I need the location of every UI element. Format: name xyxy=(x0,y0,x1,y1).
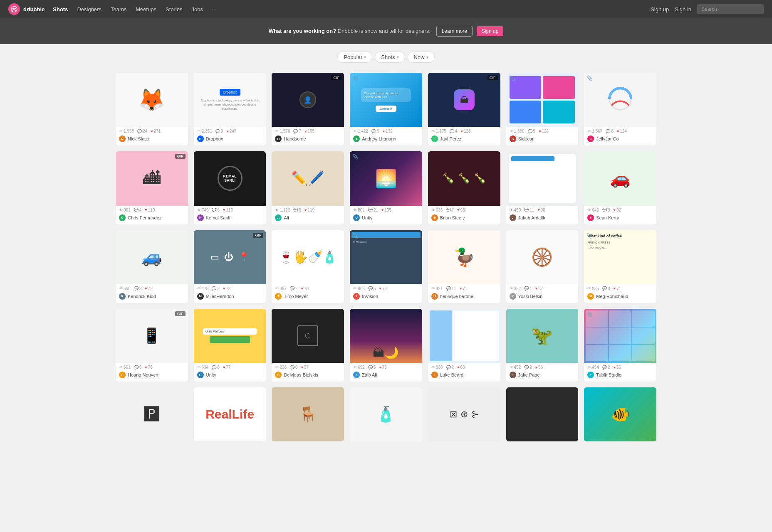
logo[interactable]: dribbble xyxy=(8,3,45,15)
shot-author[interactable]: I InVision xyxy=(350,292,422,303)
learn-more-button[interactable]: Learn more xyxy=(436,26,473,37)
shot-card[interactable]: 🪑 xyxy=(272,387,344,441)
shot-card[interactable]: KEMALSANLI 👁 749 💬 6 ♥ 116 K Kemal Sanli xyxy=(194,151,266,224)
shot-card[interactable]: 👁 459 💬 11 ♥ 90 J Jakub Antalík xyxy=(506,151,579,224)
nav-designers[interactable]: Designers xyxy=(76,5,102,14)
shot-stats: 👁 2,351 💬 9 ♥ 247 xyxy=(194,127,266,134)
shot-image: 🍷🖐🍼🧴 xyxy=(272,230,344,284)
shot-card[interactable] xyxy=(506,387,579,441)
shot-card[interactable]: 📱GIF 👁 601 💬 6 ♥ 76 H Hoang Nguyen xyxy=(116,309,188,382)
signin-link[interactable]: Sign in xyxy=(675,6,691,12)
nav-shots[interactable]: Shots xyxy=(52,5,69,14)
shot-card[interactable]: 🦊 👁 1,958 💬 24 ♥ 271 N Nick Slater xyxy=(116,73,188,145)
shot-card[interactable]: What kind of coffeeFRENCH PRESS...the st… xyxy=(584,230,656,303)
shot-card[interactable]: ▭⏻📍GIF 👁 478 💬 3 ♥ 73 M MilesHerndon xyxy=(194,230,266,303)
shot-author[interactable]: J Jake Page xyxy=(506,370,579,382)
shot-author[interactable]: K Kendrick Kidd xyxy=(116,292,188,303)
shot-comments: 💬 5 xyxy=(293,208,301,212)
shot-card[interactable]: 🏙GIF 👁 961 💬 4 ♥ 119 C Chris Fernandez xyxy=(116,151,188,224)
nav-more-button[interactable]: ··· xyxy=(211,5,217,13)
shot-card[interactable]: ✉ Messages📎 👁 606 💬 5 ♥ 73 I InVision xyxy=(350,230,422,303)
popular-filter[interactable]: Popular ▾ xyxy=(337,52,372,63)
shot-author[interactable]: T Tubik Studio xyxy=(584,370,656,382)
shot-card[interactable]: 👤GIF 👁 1,578 💬 7 ♥ 155 H Handsome xyxy=(272,73,344,145)
shot-card[interactable]: ⬡ 👁 238 💬 0 ♥ 57 D Deividas Bielskis xyxy=(272,309,344,382)
shot-author[interactable]: M MilesHerndon xyxy=(194,292,266,303)
shot-author[interactable]: H Hoang Nguyen xyxy=(116,370,188,382)
shot-author[interactable]: T Timo Meyer xyxy=(272,292,344,303)
shot-author[interactable]: U Unity xyxy=(194,370,266,382)
nav-stories[interactable]: Stories xyxy=(165,5,183,14)
shot-card[interactable]: 🦖 👁 452 💬 2 ♥ 56 J Jake Page xyxy=(506,309,579,382)
shot-author[interactable]: K Kemal Sanli xyxy=(194,213,266,224)
shot-card[interactable]: ✏️🖊️ 👁 1,122 💬 5 ♥ 119 A Ali xyxy=(272,151,344,224)
shot-image: 🚙 xyxy=(116,230,188,284)
shot-author[interactable]: U Unity xyxy=(350,213,422,224)
shot-likes: ♥ 71 xyxy=(614,286,621,291)
search-input[interactable] xyxy=(697,4,764,14)
shot-card[interactable]: 🛞 👁 382 💬 1 ♥ 67 Y Yossi Belkin xyxy=(506,230,579,303)
shot-card[interactable]: RealLife xyxy=(194,387,266,441)
nav-jobs[interactable]: Jobs xyxy=(191,5,204,14)
shot-author[interactable]: A Andrew Littmann xyxy=(350,134,422,145)
heart-icon: ♥ xyxy=(457,365,459,369)
shot-card[interactable]: 🧴 xyxy=(350,387,422,441)
nav-meetups[interactable]: Meetups xyxy=(135,5,157,14)
comment-icon: 💬 xyxy=(134,286,139,291)
now-filter[interactable]: Now ▾ xyxy=(408,52,435,63)
shot-author[interactable]: N Nick Slater xyxy=(116,134,188,145)
shot-author[interactable]: J Javi Pérez xyxy=(428,134,500,145)
shot-card[interactable]: Do you currently own a device with us?Co… xyxy=(350,73,422,145)
shot-likes: ♥ 78 xyxy=(379,365,386,369)
signup-link[interactable]: Sign up xyxy=(651,6,669,12)
shot-card[interactable]: ⊠⊛⊱ xyxy=(428,387,500,441)
heart-icon: ♥ xyxy=(460,286,462,291)
author-avatar: N xyxy=(119,135,126,142)
author-name: Meg Robichaud xyxy=(596,294,628,299)
shot-author[interactable]: L Luke Beard xyxy=(428,370,500,382)
shot-author[interactable]: C Chris Fernandez xyxy=(116,213,188,224)
dribbble-logo-icon xyxy=(8,3,20,15)
shot-author[interactable]: S Sean Kerry xyxy=(584,213,656,224)
shot-card[interactable]: 🚗 👁 643 💬 9 ♥ 92 S Sean Kerry xyxy=(584,151,656,224)
shot-card[interactable]: DropboxDropbox is a technology company t… xyxy=(194,73,266,145)
shot-author[interactable]: B Brian Steely xyxy=(428,213,500,224)
shot-likes: ♥ 155 xyxy=(304,129,314,133)
shot-comments: 💬 4 xyxy=(134,208,142,212)
shot-card[interactable]: 📎 👁 1,380 💬 5 ♥ 122 S Sidecar xyxy=(506,73,579,145)
shot-likes: ♥ 73 xyxy=(223,286,230,291)
shot-card[interactable]: 👁 838 💬 2 ♥ 63 L Luke Beard xyxy=(428,309,500,382)
shot-author[interactable]: H henrique barone xyxy=(428,292,500,303)
banner-signup-button[interactable]: Sign up xyxy=(477,26,504,36)
heart-icon: ♥ xyxy=(223,208,225,212)
shot-card[interactable]: 🍷🖐🍼🧴 👁 397 💬 2 ♥ 70 T Timo Meyer xyxy=(272,230,344,303)
shot-card[interactable]: 📎 👁 1,567 💬 8 ♥ 124 J JellyJar Co xyxy=(584,73,656,145)
comment-icon: 💬 xyxy=(446,286,451,291)
shot-author[interactable]: J Jakub Antalík xyxy=(506,213,579,224)
shot-author[interactable]: H Handsome xyxy=(272,134,344,145)
shot-card[interactable]: 🦆 👁 421 💬 11 ♥ 71 H henrique barone xyxy=(428,230,500,303)
shot-author[interactable]: D Dropbox xyxy=(194,134,266,145)
shot-card[interactable]: 📎 👁 454 💬 2 ♥ 56 T Tubik Studio xyxy=(584,309,656,382)
shot-card[interactable]: 🌅📎 👁 801 💬 21 ♥ 105 U Unity xyxy=(350,151,422,224)
shot-card[interactable]: Unity Platform 👁 634 💬 6 ♥ 77 U Unity xyxy=(194,309,266,382)
shot-author[interactable]: M Meg Robichaud xyxy=(584,292,656,303)
shots-filter[interactable]: Shots ▾ xyxy=(375,52,405,63)
shot-card[interactable]: 🐠 xyxy=(584,387,656,441)
shot-author[interactable]: Y Yossi Belkin xyxy=(506,292,579,303)
nav-teams[interactable]: Teams xyxy=(110,5,127,14)
shot-author[interactable]: D Deividas Bielskis xyxy=(272,370,344,382)
author-avatar: S xyxy=(510,135,516,142)
shot-card[interactable]: 🅿 xyxy=(116,387,188,441)
shot-likes: ♥ 116 xyxy=(223,208,233,212)
shot-author[interactable]: A Ali xyxy=(272,213,344,224)
shot-card[interactable]: 🏔🌙 👁 692 💬 5 ♥ 78 Z Zaib Ali xyxy=(350,309,422,382)
shot-author[interactable]: Z Zaib Ali xyxy=(350,370,422,382)
shot-card[interactable]: 🍾🍾🍾 👁 636 💬 7 ♥ 98 B Brian Steely xyxy=(428,151,500,224)
shot-comments: 💬 24 xyxy=(137,129,147,133)
comment-icon: 💬 xyxy=(293,129,298,133)
shot-author[interactable]: J JellyJar Co xyxy=(584,134,656,145)
shot-author[interactable]: S Sidecar xyxy=(506,134,579,145)
shot-card[interactable]: 🏔GIF 👁 1,175 💬 4 ♥ 123 J Javi Pérez xyxy=(428,73,500,145)
shot-card[interactable]: 🚙 👁 560 💬 3 ♥ 73 K Kendrick Kidd xyxy=(116,230,188,303)
